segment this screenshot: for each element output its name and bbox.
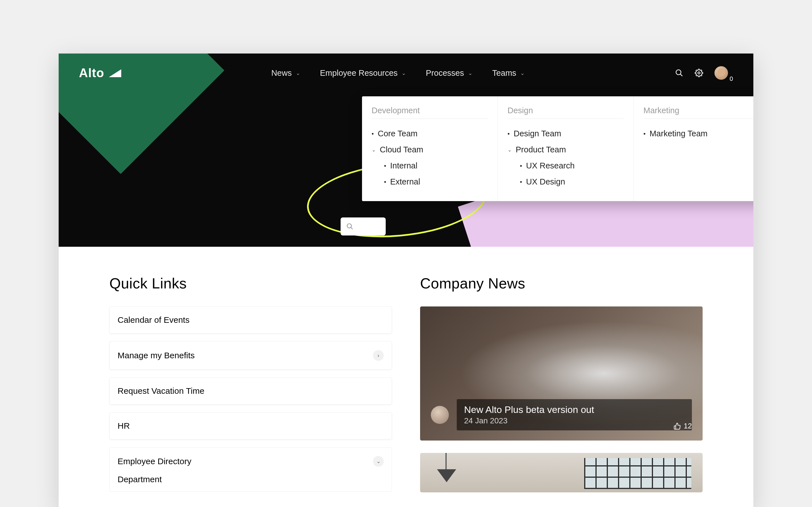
news-card[interactable] (420, 453, 703, 492)
search-icon (346, 223, 354, 230)
nav-label: Employee Resources (320, 68, 398, 78)
quick-link-label: Manage my Benefits (117, 351, 195, 360)
section-title: Company News (420, 275, 703, 292)
quick-link-hr[interactable]: HR (109, 412, 392, 439)
thumbs-up-icon (673, 422, 681, 430)
bullet-icon: • (384, 178, 386, 186)
mega-item-label: Product Team (516, 145, 566, 154)
bullet-icon: • (644, 130, 646, 137)
mega-item-external[interactable]: •External (371, 174, 488, 190)
quick-link-department[interactable]: Department (109, 467, 392, 492)
news-date: 24 Jan 2023 (464, 416, 684, 425)
mega-heading: Design (507, 106, 624, 119)
svg-point-1 (676, 70, 681, 75)
user-avatar[interactable]: 0 (714, 66, 733, 80)
top-right-actions: 0 (675, 66, 733, 80)
brand-logo[interactable]: Alto (79, 66, 121, 80)
chevron-down-icon: ⌄ (402, 70, 406, 76)
chevron-down-icon: ⌄ (468, 70, 472, 76)
hero-banner: Alto News ⌄ Employee Resources ⌄ Process… (59, 54, 753, 247)
bullet-icon: • (384, 162, 386, 170)
avatar-image (714, 66, 728, 80)
mega-item-label: External (390, 177, 420, 186)
nav-item-news[interactable]: News ⌄ (271, 68, 300, 78)
nav-label: Processes (426, 68, 464, 78)
company-news-section: Company News New Alto Plus beta version … (420, 275, 703, 492)
section-title: Quick Links (109, 275, 392, 292)
chevron-down-icon: ⌄ (507, 147, 512, 153)
search-input[interactable] (341, 217, 386, 235)
bullet-icon: • (520, 162, 522, 170)
svg-marker-0 (109, 69, 121, 77)
nav-label: News (271, 68, 292, 78)
primary-nav: News ⌄ Employee Resources ⌄ Processes ⌄ … (271, 68, 525, 78)
mega-item-label: Internal (390, 161, 417, 170)
window-decoration (584, 458, 691, 489)
mega-item-marketing-team[interactable]: •Marketing Team (644, 126, 753, 142)
teams-mega-menu: Development •Core Team ⌄Cloud Team •Inte… (362, 96, 753, 201)
quick-link-label: Request Vacation Time (117, 386, 204, 396)
svg-line-2 (680, 74, 682, 76)
mega-col-marketing: Marketing •Marketing Team (634, 96, 753, 201)
chevron-down-icon: ⌄ (296, 70, 300, 76)
quick-link-label: Employee Directory (117, 457, 192, 466)
quick-link-label: Department (117, 474, 162, 484)
quick-link-vacation[interactable]: Request Vacation Time (109, 378, 392, 404)
top-bar: Alto News ⌄ Employee Resources ⌄ Process… (59, 54, 753, 80)
quick-links-section: Quick Links Calendar of Events Manage my… (109, 275, 392, 492)
bullet-icon: • (507, 130, 510, 137)
nav-item-teams[interactable]: Teams ⌄ (492, 68, 525, 78)
svg-line-5 (351, 227, 353, 229)
mega-item-label: UX Design (526, 177, 565, 186)
news-text: New Alto Plus beta version out 24 Jan 20… (457, 399, 692, 431)
news-overlay: New Alto Plus beta version out 24 Jan 20… (431, 399, 692, 431)
mega-item-core-team[interactable]: •Core Team (371, 126, 488, 142)
bullet-icon: • (520, 178, 522, 186)
search-icon[interactable] (675, 69, 683, 77)
news-card[interactable]: New Alto Plus beta version out 24 Jan 20… (420, 306, 703, 441)
news-list: New Alto Plus beta version out 24 Jan 20… (420, 306, 703, 492)
mega-item-cloud-team[interactable]: ⌄Cloud Team (371, 142, 488, 158)
chevron-down-icon: ⌄ (520, 70, 525, 76)
bullet-icon: • (371, 130, 374, 137)
mega-item-label: Core Team (378, 129, 417, 138)
author-avatar (431, 406, 449, 424)
brand-mark-icon (109, 66, 121, 80)
lamp-decoration (446, 453, 447, 470)
mega-col-design: Design •Design Team ⌄Product Team •UX Re… (498, 96, 634, 201)
mega-item-label: Cloud Team (380, 145, 423, 154)
mega-heading: Development (371, 106, 488, 119)
mega-col-development: Development •Core Team ⌄Cloud Team •Inte… (362, 96, 498, 201)
notification-count: 0 (730, 75, 733, 82)
mega-item-ux-design[interactable]: •UX Design (507, 174, 624, 190)
quick-link-label: Calendar of Events (117, 315, 190, 325)
quick-link-benefits[interactable]: Manage my Benefits › (109, 341, 392, 370)
nav-item-processes[interactable]: Processes ⌄ (426, 68, 472, 78)
mega-item-label: Design Team (514, 129, 561, 138)
brand-name: Alto (79, 66, 104, 80)
settings-icon[interactable] (695, 69, 703, 77)
app-frame: Alto News ⌄ Employee Resources ⌄ Process… (59, 54, 753, 507)
chevron-right-icon[interactable]: › (373, 350, 384, 361)
svg-point-4 (347, 224, 351, 228)
news-title: New Alto Plus beta version out (464, 404, 684, 415)
quick-links-list: Calendar of Events Manage my Benefits › … (109, 306, 392, 492)
nav-item-employee-resources[interactable]: Employee Resources ⌄ (320, 68, 406, 78)
mega-item-label: UX Research (526, 161, 574, 170)
likes-count: 12 (684, 421, 692, 431)
chevron-down-icon: ⌄ (371, 147, 376, 153)
mega-item-product-team[interactable]: ⌄Product Team (507, 142, 624, 158)
quick-link-calendar[interactable]: Calendar of Events (109, 306, 392, 334)
likes-badge[interactable]: 12 (673, 421, 692, 431)
svg-point-3 (698, 72, 700, 74)
mega-item-internal[interactable]: •Internal (371, 158, 488, 174)
nav-label: Teams (492, 68, 516, 78)
main-content: Quick Links Calendar of Events Manage my… (59, 247, 753, 507)
mega-heading: Marketing (644, 106, 753, 119)
mega-item-label: Marketing Team (650, 129, 708, 138)
chevron-down-icon[interactable]: ⌄ (373, 456, 384, 467)
quick-link-label: HR (117, 421, 130, 431)
mega-item-ux-research[interactable]: •UX Research (507, 158, 624, 174)
mega-item-design-team[interactable]: •Design Team (507, 126, 624, 142)
